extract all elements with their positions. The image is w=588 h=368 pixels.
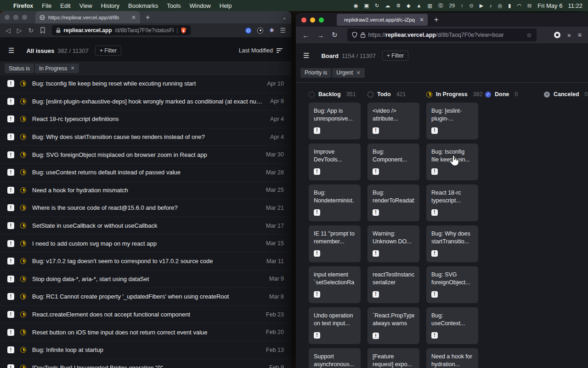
issue-row[interactable]: ! Need a hook for hydration mismatch Mar… (0, 182, 291, 200)
extension-icon[interactable] (554, 32, 560, 38)
issue-card[interactable]: Bug: Why does startTransitio... ! (426, 225, 478, 262)
app-menu-icon[interactable]: ☰ (303, 52, 309, 60)
issue-card[interactable]: <video /> attribute... ! (368, 103, 419, 139)
issue-row[interactable]: ! SetState in useCallback or without use… (0, 217, 291, 235)
issue-card[interactable]: reactTestInstanc serializer ! (368, 266, 419, 303)
bookmark-star-icon[interactable]: ☆ (526, 32, 532, 39)
close-window-button[interactable] (301, 17, 306, 23)
back-button[interactable]: ◁ (6, 27, 11, 34)
filter-value-chip[interactable]: Urgent ✕ (332, 68, 364, 78)
address-bar[interactable]: repliear.vercel.app /d/8bTaoq7F0e?status… (52, 25, 191, 35)
screen-mirror-icon[interactable]: ▣ (364, 3, 369, 8)
menubar-item-edit[interactable]: Edit (60, 2, 70, 9)
issue-row[interactable]: ! React 18-rc typescript definitions Apr… (0, 110, 291, 128)
issue-row[interactable]: ! Stop doing data-*, aria-*, start using… (0, 270, 291, 288)
issue-card[interactable]: Warning: Unknown DO... ! (368, 225, 419, 262)
menubar-item-history[interactable]: History (101, 2, 119, 9)
app-menu-icon[interactable]: ☰ (8, 46, 14, 55)
address-bar[interactable]: https:// repliear.vercel.app /d/8bTaoq7F… (347, 29, 537, 41)
onepassword-extension-icon[interactable] (245, 28, 251, 34)
issue-row[interactable]: ! Bug: [eslint-plugin-exhaustive-deps] h… (0, 93, 291, 111)
issue-card[interactable]: Undo operation on text input... ! (309, 307, 361, 344)
issue-card[interactable]: [Feature request] expo... ! (368, 348, 419, 368)
add-filter-button[interactable]: + Filter (382, 51, 408, 61)
extension-star-icon[interactable]: ✱ (269, 27, 274, 34)
battery-icon[interactable]: ▮ (508, 3, 511, 8)
tracking-shield-icon[interactable] (352, 32, 357, 38)
reload-button[interactable]: ↻ (28, 27, 34, 34)
browser-menu-button[interactable]: ≡ (578, 31, 582, 39)
wifi-icon[interactable]: ◠ (517, 3, 521, 8)
issue-card[interactable]: Improve DevTools... ! (309, 144, 361, 180)
issue-card[interactable]: Bug: Component... ! (368, 144, 419, 180)
zoom-window-button[interactable] (22, 15, 27, 20)
minimize-window-button[interactable] (13, 15, 18, 20)
issue-card[interactable]: `React.PropType always warns ab ! (368, 307, 419, 344)
issue-card[interactable]: Bug: Nondeterminist. ! (309, 184, 361, 221)
tab-overflow-caret[interactable]: ⌄ (282, 14, 287, 21)
close-window-button[interactable] (5, 15, 10, 20)
close-tab-icon[interactable]: ✕ (131, 14, 136, 21)
issue-row[interactable]: ! [DevTools Bug] Unsupported Bridge oper… (0, 359, 291, 368)
issue-row[interactable]: ! Bug: v17.0.2 tag doesn't seem to corre… (0, 253, 291, 270)
menubar-item-file[interactable]: File (42, 2, 51, 9)
forward-button[interactable]: ▷ (17, 27, 22, 34)
overflow-chevron-icon[interactable]: » (567, 31, 571, 39)
issue-row[interactable]: ! Bug: Why does startTransition cause tw… (0, 128, 291, 146)
issue-row[interactable]: ! React.createElement does not accept fu… (0, 306, 291, 324)
issue-row[interactable]: ! Bug: useContext returns default instea… (0, 164, 291, 182)
menubar-item-help[interactable]: Help (220, 2, 232, 9)
vpn-icon[interactable]: ▲ (417, 3, 422, 8)
add-filter-button[interactable]: + Filter (95, 46, 121, 56)
browser-tab[interactable]: https://repliear.vercel.app/d/8b ✕ (35, 11, 140, 23)
issue-card[interactable]: Bug: App is unresponsive... ! (309, 103, 361, 139)
issue-row[interactable]: ! Bug: tsconfig file keep being reset wh… (0, 75, 291, 93)
remove-filter-icon[interactable]: ✕ (70, 65, 74, 71)
filter-value-chip[interactable]: In Progress ✕ (35, 63, 79, 73)
issue-card[interactable]: Bug: tsconfig file keep bein... ! (426, 144, 478, 180)
docker-icon[interactable]: ⚙ (396, 3, 401, 8)
notification-icon[interactable]: ◎ (498, 3, 503, 8)
sort-control[interactable]: Last Modified (239, 47, 283, 54)
browser-tab[interactable]: replidraw2.vercel.app/d/c-iZpq ✕ (337, 14, 428, 26)
issue-row[interactable]: ! Bug: RC1 Cannot create property '_upda… (0, 288, 291, 306)
zoom-window-button[interactable] (319, 17, 324, 23)
brave-shield-icon[interactable] (181, 27, 187, 34)
forward-button[interactable]: → (317, 31, 324, 39)
new-tab-button[interactable]: + (434, 16, 438, 24)
close-tab-icon[interactable]: ✕ (419, 17, 424, 23)
browser-menu-button[interactable]: ☰ (280, 27, 286, 34)
issue-row[interactable]: ! I need to add custom svg map on my rea… (0, 235, 291, 253)
issue-row[interactable]: ! Bug: SVG foreignObject misplaced on br… (0, 146, 291, 164)
issue-row[interactable]: ! Where is the source code of react@15.6… (0, 199, 291, 217)
dropbox-icon[interactable]: ◆ (407, 3, 410, 8)
issue-row[interactable]: ! Reset button on iOS time input does no… (0, 323, 291, 341)
menubar-clock[interactable]: Fri May 6 11:22 (537, 2, 582, 9)
issue-card[interactable]: IE 11 "prompt to remember... ! (309, 225, 361, 262)
minimize-window-button[interactable] (310, 17, 315, 23)
issue-card[interactable]: Support asynchronous... ! (309, 348, 361, 368)
menubar-item-window[interactable]: Window (190, 2, 211, 9)
calendar-icon[interactable]: 29 (449, 3, 455, 8)
sync-icon[interactable]: ↻ (375, 3, 379, 8)
back-button[interactable]: ← (302, 31, 309, 39)
issue-card[interactable]: React 18-rc typescript... ! (426, 184, 478, 221)
issue-card[interactable]: Bug: useContext... ! (426, 307, 478, 344)
cloud-icon[interactable]: ☁ (385, 3, 390, 8)
play-icon[interactable]: ▶ (480, 3, 483, 8)
stats-icon[interactable]: ▥ (427, 3, 432, 8)
issue-card[interactable]: Need a hook for hydration... ! (426, 348, 478, 368)
menubar-item-view[interactable]: View (79, 2, 92, 9)
reload-button[interactable]: ↻ (332, 31, 338, 39)
issue-row[interactable]: ! Bug: Infinite loop at startup Feb 13 (0, 341, 291, 359)
onepassword-icon[interactable]: ⓪ (438, 3, 443, 8)
issue-card[interactable]: Bug: renderToReadab ! (368, 184, 419, 221)
volume-icon[interactable]: ♪ (489, 3, 492, 8)
upload-icon[interactable]: ↑ (461, 3, 464, 8)
remove-filter-icon[interactable]: ✕ (356, 70, 360, 76)
issue-card[interactable]: input element `setSelectionRa ! (309, 266, 361, 303)
github-extension-icon[interactable] (257, 28, 263, 34)
menubar-item-firefox[interactable]: Firefox (13, 2, 33, 9)
issue-card[interactable]: Bug: [eslint- plugin-... ! (426, 103, 478, 139)
bookmark-icon[interactable] (40, 27, 45, 34)
